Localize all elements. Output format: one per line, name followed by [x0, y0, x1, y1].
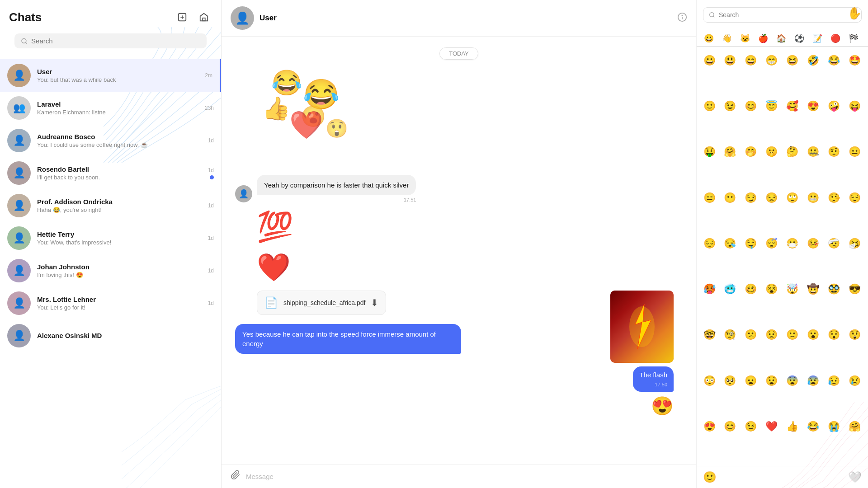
chat-list-item[interactable]: 👤Audreanne BoscoYou: I could use some co… [0, 124, 221, 157]
emoji-cell[interactable]: 🥰 [783, 97, 802, 115]
emoji-cell[interactable]: 😂 [825, 52, 843, 70]
emoji-cell[interactable]: 😌 [845, 189, 863, 207]
emoji-cell[interactable]: 😎 [845, 280, 863, 298]
emoji-cell[interactable]: 🤗 [845, 418, 863, 436]
emoji-cell[interactable]: 😂 [804, 418, 822, 436]
emoji-cell[interactable]: 👍 [783, 418, 802, 436]
emoji-cell[interactable]: 😏 [742, 189, 760, 207]
emoji-cell[interactable]: 😑 [700, 189, 718, 207]
emoji-cell[interactable]: 😐 [845, 143, 863, 161]
emoji-cell[interactable]: 😶 [721, 189, 739, 207]
chat-search-input[interactable] [31, 37, 200, 45]
emoji-cell[interactable]: 😃 [721, 52, 739, 70]
emoji-cell[interactable]: 🤫 [763, 143, 781, 161]
emoji-cell[interactable]: 🤠 [804, 280, 822, 298]
emoji-cell[interactable]: 😲 [845, 326, 863, 344]
emoji-cell[interactable]: 😢 [845, 372, 863, 390]
emoji-cell[interactable]: 🥸 [825, 280, 843, 298]
emoji-category-tab[interactable]: ⚽ [791, 31, 808, 47]
emoji-cell[interactable]: 😍 [804, 97, 822, 115]
emoji-cell[interactable]: 😀 [700, 52, 718, 70]
info-icon[interactable] [677, 12, 687, 24]
chat-list-item[interactable]: 👤Hettie TerryYou: Wow, that's impressive… [0, 222, 221, 254]
emoji-cell[interactable]: 😉 [721, 97, 739, 115]
emoji-cell[interactable]: 🤐 [804, 143, 822, 161]
emoji-cell[interactable]: 🤩 [845, 52, 863, 70]
emoji-cell[interactable]: 😦 [742, 372, 760, 390]
emoji-cell[interactable]: 😕 [742, 326, 760, 344]
emoji-category-tab[interactable]: 🏁 [845, 31, 862, 47]
emoji-cell[interactable]: 😁 [763, 52, 781, 70]
emoji-cell[interactable]: 😍 [700, 418, 718, 436]
emoji-cell[interactable]: 🤓 [700, 326, 718, 344]
emoji-cell[interactable]: 😊 [742, 97, 760, 115]
emoji-cell[interactable]: 🧐 [721, 326, 739, 344]
attach-button[interactable] [231, 470, 241, 483]
chat-list-item[interactable]: 👤Alexane Osinski MD [0, 319, 221, 352]
emoji-cell[interactable]: 😔 [700, 235, 718, 253]
chat-list-item[interactable]: 👤Rosendo BartellI'll get back to you soo… [0, 157, 221, 189]
emoji-category-tab[interactable]: 😀 [700, 31, 717, 47]
emoji-cell[interactable]: 😰 [804, 372, 822, 390]
emoji-search-input[interactable] [719, 11, 856, 19]
chat-list-item[interactable]: 👤Mrs. Lottie LehnerYou: Let's go for it!… [0, 287, 221, 319]
emoji-cell[interactable]: 😷 [783, 235, 802, 253]
emoji-cell[interactable]: 🥺 [721, 372, 739, 390]
emoji-cell[interactable]: 😟 [763, 326, 781, 344]
emoji-cell[interactable]: 🙁 [783, 326, 802, 344]
emoji-cell[interactable]: 🥵 [700, 280, 718, 298]
emoji-cell[interactable]: 🤥 [825, 189, 843, 207]
download-icon[interactable]: ⬇ [371, 297, 378, 308]
emoji-cell[interactable]: 🤤 [742, 235, 760, 253]
emoji-cell[interactable]: 🤪 [825, 97, 843, 115]
emoji-smiley-icon[interactable]: 🙂 [703, 471, 717, 483]
new-chat-button[interactable] [174, 9, 190, 25]
emoji-cell[interactable]: 😭 [825, 418, 843, 436]
emoji-cell[interactable]: ❤️ [763, 418, 781, 436]
chat-list-item[interactable]: 👤Johan JohnstonI'm loving this! 😍1d [0, 254, 221, 287]
emoji-category-tab[interactable]: 🔴 [827, 31, 844, 47]
emoji-cell[interactable]: 🙂 [700, 97, 718, 115]
emoji-cell[interactable]: 🙄 [783, 189, 802, 207]
emoji-heart-icon[interactable]: 🤍 [848, 471, 862, 483]
emoji-cell[interactable]: 🥴 [742, 280, 760, 298]
emoji-cell[interactable]: 🤒 [804, 235, 822, 253]
emoji-cell[interactable]: 😵 [763, 280, 781, 298]
home-button[interactable] [196, 9, 212, 25]
emoji-cell[interactable]: 🤗 [721, 143, 739, 161]
emoji-cell[interactable]: 😆 [783, 52, 802, 70]
emoji-cell[interactable]: 😧 [763, 372, 781, 390]
message-input[interactable] [246, 473, 687, 480]
emoji-cell[interactable]: 🤑 [700, 143, 718, 161]
emoji-cell[interactable]: 😴 [763, 235, 781, 253]
emoji-cell[interactable]: 🤕 [825, 235, 843, 253]
emoji-cell[interactable]: 😉 [742, 418, 760, 436]
emoji-cell[interactable]: 😪 [721, 235, 739, 253]
file-attachment[interactable]: 📄 shipping_schedule_africa.pdf ⬇ [257, 291, 386, 315]
emoji-category-tab[interactable]: 📝 [809, 31, 826, 47]
emoji-cell[interactable]: 😯 [825, 326, 843, 344]
emoji-category-tab[interactable]: 🏠 [773, 31, 790, 47]
emoji-cell[interactable]: 🤧 [845, 235, 863, 253]
emoji-cell[interactable]: 🤣 [804, 52, 822, 70]
emoji-cell[interactable]: 😮 [804, 326, 822, 344]
emoji-cell[interactable]: 😝 [845, 97, 863, 115]
chat-list-item[interactable]: 👤Prof. Addison OndrickaHaha 😂, you're so… [0, 189, 221, 222]
emoji-cell[interactable]: 🤭 [742, 143, 760, 161]
emoji-cell[interactable]: 🤯 [783, 280, 802, 298]
emoji-cell[interactable]: 😊 [721, 418, 739, 436]
emoji-cell[interactable]: 😳 [700, 372, 718, 390]
emoji-cell[interactable]: 😬 [804, 189, 822, 207]
hand-icon[interactable]: ✋ [847, 6, 862, 20]
emoji-cell[interactable]: 😇 [763, 97, 781, 115]
chat-list-item[interactable]: 👤UserYou: but that was a while back2m [0, 59, 221, 92]
emoji-cell[interactable]: 🥶 [721, 280, 739, 298]
emoji-cell[interactable]: 😥 [825, 372, 843, 390]
emoji-category-tab[interactable]: 🐱 [736, 31, 754, 47]
emoji-cell[interactable]: 😄 [742, 52, 760, 70]
emoji-cell[interactable]: 😒 [763, 189, 781, 207]
chat-list-item[interactable]: 👥LaravelKameron Eichmann: listne23h [0, 92, 221, 124]
emoji-cell[interactable]: 🤨 [825, 143, 843, 161]
emoji-cell[interactable]: 🤔 [783, 143, 802, 161]
emoji-cell[interactable]: 😨 [783, 372, 802, 390]
